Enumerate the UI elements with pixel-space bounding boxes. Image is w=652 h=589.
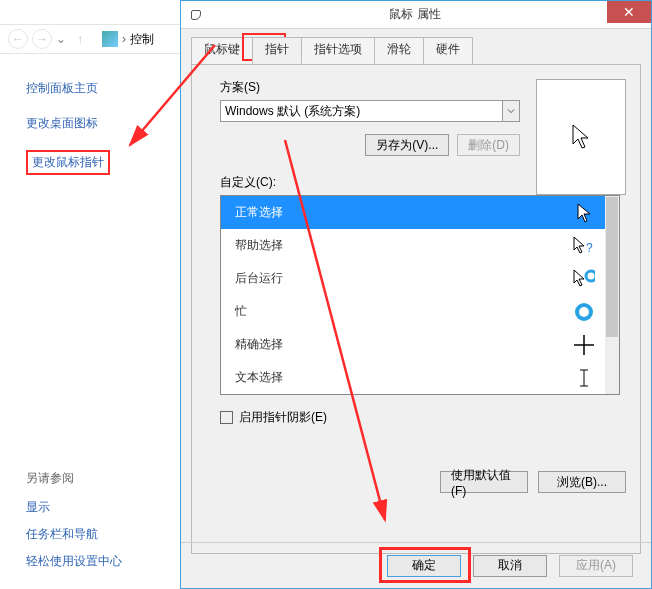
scrollbar-thumb[interactable] — [606, 197, 618, 337]
see-also-section: 另请参阅 显示 任务栏和导航 轻松使用设置中心 — [26, 470, 176, 580]
use-default-button[interactable]: 使用默认值(F) — [440, 471, 528, 493]
footer-link-ease[interactable]: 轻松使用设置中心 — [26, 553, 176, 570]
list-item-label: 正常选择 — [235, 204, 283, 221]
tab-pointer-options[interactable]: 指针选项 — [301, 37, 375, 64]
shadow-label: 启用指针阴影(E) — [239, 409, 327, 426]
mouse-properties-dialog: 鼠标 属性 ✕ 鼠标键 指针 指针选项 滑轮 硬件 方案(S) 另存为(V)..… — [180, 0, 652, 589]
dialog-title: 鼠标 属性 — [209, 6, 621, 23]
sidebar-link-desktop-icons[interactable]: 更改桌面图标 — [26, 115, 180, 132]
save-as-button[interactable]: 另存为(V)... — [365, 134, 449, 156]
up-button[interactable]: ↑ — [70, 29, 90, 49]
delete-button: 删除(D) — [457, 134, 520, 156]
list-item[interactable]: 精确选择 — [221, 328, 605, 361]
list-item-label: 文本选择 — [235, 369, 283, 386]
cursor-arrow-icon — [572, 124, 590, 150]
shadow-checkbox[interactable] — [220, 411, 233, 424]
cursor-working-icon — [573, 268, 595, 290]
forward-button[interactable]: → — [32, 29, 52, 49]
cursor-cross-icon — [573, 334, 595, 356]
svg-point-2 — [577, 305, 591, 319]
list-item-label: 忙 — [235, 303, 247, 320]
list-item-label: 后台运行 — [235, 270, 283, 287]
tab-hardware[interactable]: 硬件 — [423, 37, 473, 64]
cursor-arrow-icon — [573, 202, 595, 224]
shadow-checkbox-row[interactable]: 启用指针阴影(E) — [220, 409, 626, 426]
see-also-title: 另请参阅 — [26, 470, 176, 487]
cursor-busy-icon — [573, 301, 595, 323]
mouse-icon — [189, 8, 203, 22]
back-button[interactable]: ← — [8, 29, 28, 49]
breadcrumb-text: 控制 — [130, 31, 154, 48]
history-dropdown[interactable]: ⌄ — [56, 32, 66, 46]
svg-text:?: ? — [586, 241, 593, 255]
footer-link-taskbar[interactable]: 任务栏和导航 — [26, 526, 176, 543]
list-item[interactable]: 后台运行 — [221, 262, 605, 295]
cancel-button[interactable]: 取消 — [473, 555, 547, 577]
close-button[interactable]: ✕ — [607, 1, 651, 23]
dialog-button-row: 确定 取消 应用(A) — [181, 542, 651, 588]
explorer-nav-bar: ← → ⌄ ↑ › 控制 — [0, 24, 180, 54]
tab-page-pointers: 方案(S) 另存为(V)... 删除(D) 自定义(C): 正常选择 帮助选择 … — [191, 64, 641, 554]
cursor-listbox[interactable]: 正常选择 帮助选择 ? 后台运行 忙 精确选择 — [220, 195, 620, 395]
list-item[interactable]: 帮助选择 ? — [221, 229, 605, 262]
control-panel-icon — [102, 31, 118, 47]
scrollbar[interactable] — [605, 196, 619, 394]
control-panel-sidebar: 控制面板主页 更改桌面图标 更改鼠标指针 — [0, 70, 180, 193]
list-item-label: 精确选择 — [235, 336, 283, 353]
tab-buttons[interactable]: 鼠标键 — [191, 37, 253, 64]
list-item[interactable]: 忙 — [221, 295, 605, 328]
cursor-preview — [536, 79, 626, 195]
browse-button[interactable]: 浏览(B)... — [538, 471, 626, 493]
tab-wheel[interactable]: 滑轮 — [374, 37, 424, 64]
apply-button: 应用(A) — [559, 555, 633, 577]
ok-button[interactable]: 确定 — [387, 555, 461, 577]
footer-link-display[interactable]: 显示 — [26, 499, 176, 516]
control-panel-home[interactable]: 控制面板主页 — [26, 80, 180, 97]
chevron-down-icon[interactable] — [502, 100, 520, 122]
breadcrumb[interactable]: › 控制 — [102, 31, 154, 48]
dialog-titlebar: 鼠标 属性 ✕ — [181, 1, 651, 29]
list-item-label: 帮助选择 — [235, 237, 283, 254]
sidebar-link-mouse-pointer[interactable]: 更改鼠标指针 — [26, 150, 110, 175]
list-item[interactable]: 正常选择 — [221, 196, 605, 229]
scheme-select[interactable] — [220, 100, 520, 122]
tab-strip: 鼠标键 指针 指针选项 滑轮 硬件 — [191, 37, 641, 65]
cursor-ibeam-icon — [573, 367, 595, 389]
svg-point-1 — [586, 271, 595, 281]
cursor-help-icon: ? — [573, 235, 595, 257]
tab-pointers[interactable]: 指针 — [252, 37, 302, 64]
list-item[interactable]: 文本选择 — [221, 361, 605, 394]
